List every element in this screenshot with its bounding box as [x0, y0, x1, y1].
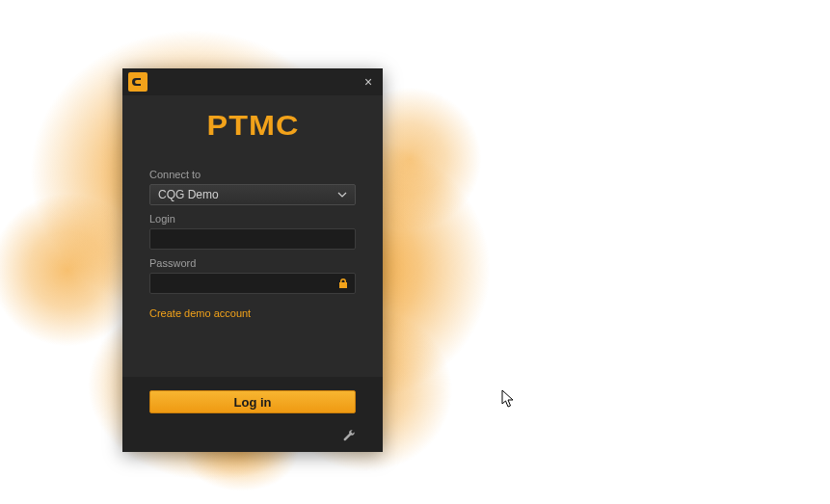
mouse-cursor — [501, 389, 517, 412]
app-icon — [128, 72, 147, 92]
wrench-icon[interactable] — [342, 429, 356, 442]
password-input[interactable] — [156, 277, 337, 290]
brand-text: PTMC — [206, 109, 299, 142]
login-input-wrap — [149, 228, 356, 250]
password-input-wrap — [149, 273, 356, 294]
title-bar: × — [122, 68, 383, 95]
chevron-down-icon — [337, 186, 347, 203]
create-demo-account-link[interactable]: Create demo account — [149, 307, 251, 319]
login-label: Login — [149, 213, 356, 225]
connect-to-label: Connect to — [149, 169, 356, 180]
footer: Log in — [122, 377, 383, 452]
login-form: Connect to CQG Demo Login Password Creat… — [122, 161, 383, 319]
login-window: × PTMC Connect to CQG Demo Login Passwor… — [122, 68, 383, 452]
connect-to-select[interactable]: CQG Demo — [149, 184, 356, 205]
lock-icon — [337, 278, 349, 289]
connect-to-value: CQG Demo — [158, 188, 337, 201]
login-input[interactable] — [156, 232, 349, 246]
password-label: Password — [149, 257, 356, 269]
close-icon[interactable]: × — [360, 73, 377, 91]
login-button[interactable]: Log in — [149, 390, 356, 413]
logo: PTMC — [122, 95, 383, 161]
